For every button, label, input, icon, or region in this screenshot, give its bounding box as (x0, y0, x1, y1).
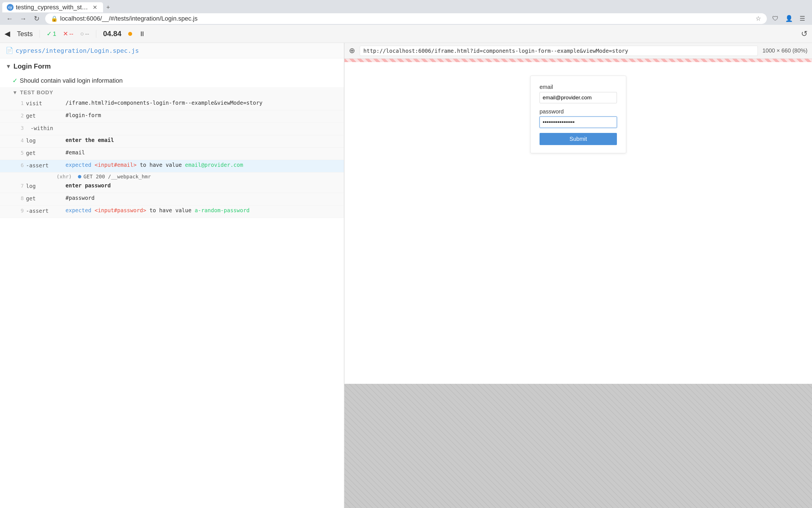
test-body: ▼ TEST BODY 1 visit /iframe.html?id=comp… (0, 87, 344, 218)
back-button[interactable]: ← (4, 13, 15, 24)
cmd-name: get (26, 112, 66, 119)
runner-toolbar: ◀ Tests ✓ 1 ✕ -- ○ -- 04.84 ⏸ ↺ (0, 25, 812, 43)
cmd-content: #password (66, 195, 339, 201)
xhr-text: GET 200 /__webpack_hmr (84, 174, 151, 179)
command-row[interactable]: 5 get #email (0, 147, 344, 160)
expected-text: expected (66, 207, 91, 213)
active-tab[interactable]: cy testing_cypress_with_storyboo ✕ (2, 2, 103, 12)
command-row[interactable]: 8 get #password (0, 193, 344, 206)
pending-count: -- (85, 30, 89, 38)
password-label: password (539, 109, 617, 115)
target-icon[interactable]: ⊕ (349, 46, 355, 55)
cmd-name: visit (26, 100, 66, 107)
assert-badge: assert (29, 208, 48, 214)
value-text: email@provider.com (185, 162, 243, 168)
cmd-name: log (26, 137, 66, 144)
cmd-num: 9 (16, 207, 24, 214)
preview-content: email password Submit (344, 59, 812, 384)
cmd-num: 1 (16, 100, 24, 106)
cmd-content: #login-form (66, 112, 339, 118)
cypress-runner: ◀ Tests ✓ 1 ✕ -- ○ -- 04.84 ⏸ ↺ 📄 cypres… (0, 25, 812, 508)
address-text: localhost:6006/__/#/tests/integration/Lo… (60, 15, 753, 22)
stripe-top (344, 59, 812, 62)
test-body-label: TEST BODY (20, 89, 53, 96)
command-row-assert-6[interactable]: 6 -assert expected <input#email> to have… (0, 160, 344, 172)
preview-panel: ⊕ http://localhost:6006/iframe.html?id=c… (344, 43, 812, 508)
command-row[interactable]: 7 log enter password (0, 181, 344, 193)
suite-header[interactable]: ▼ Login Form (0, 58, 344, 74)
reload-button[interactable]: ↻ (32, 13, 42, 24)
xhr-row: (xhr) GET 200 /__webpack_hmr (0, 172, 344, 181)
menu-icon[interactable]: ☰ (797, 13, 808, 24)
value-text: a-random-password (195, 207, 250, 213)
pass-count: 1 (53, 30, 56, 38)
pass-icon: ✓ (47, 30, 52, 38)
cmd-content: #email (66, 149, 339, 156)
test-body-header: ▼ TEST BODY (0, 87, 344, 98)
pause-icon[interactable]: ⏸ (139, 30, 146, 38)
tests-back-icon: ◀ (4, 29, 10, 38)
preview-toolbar: ⊕ http://localhost:6006/iframe.html?id=c… (344, 43, 812, 59)
command-row[interactable]: 3 -within (0, 123, 344, 135)
command-row-assert-9[interactable]: 9 -assert expected <input#password> to h… (0, 206, 344, 218)
tag-text: <input#password> (94, 207, 149, 213)
cmd-content: enter the email (66, 137, 339, 143)
pass-stat: ✓ 1 (47, 30, 56, 38)
cmd-num: 2 (16, 112, 24, 119)
file-path: cypress/integration/Login.spec.js (15, 47, 139, 54)
preview-url-bar[interactable]: http://localhost:6006/iframe.html?id=com… (360, 46, 758, 56)
browser-nav-icons: 🛡 👤 ☰ (770, 13, 808, 24)
fail-count: -- (69, 30, 73, 38)
cmd-content: enter password (66, 182, 339, 188)
star-icon[interactable]: ☆ (756, 15, 761, 22)
submit-button[interactable]: Submit (539, 133, 617, 145)
preview-dimensions: 1000 × 660 (80%) (762, 47, 808, 54)
email-label: email (539, 84, 617, 90)
command-row[interactable]: 2 get #login-form (0, 110, 344, 123)
tests-button[interactable]: Tests (17, 30, 33, 38)
password-input[interactable] (539, 117, 617, 128)
cmd-name: -assert (26, 162, 66, 168)
profile-icon[interactable]: 👤 (784, 13, 794, 24)
browser-chrome: cy testing_cypress_with_storyboo ✕ + ← →… (0, 0, 812, 25)
tab-close-button[interactable]: ✕ (91, 3, 98, 11)
mid-text: to have value (140, 162, 185, 168)
command-row[interactable]: 4 log enter the email (0, 135, 344, 147)
mid-text: to have value (149, 207, 195, 213)
test-panel: 📄 cypress/integration/Login.spec.js ▼ Lo… (0, 43, 344, 508)
elapsed-time: 04.84 (103, 29, 121, 38)
xhr-label: (xhr) (56, 174, 78, 179)
address-bar[interactable]: 🔒 localhost:6006/__/#/tests/integration/… (45, 13, 767, 24)
cmd-num: 4 (16, 137, 24, 143)
cmd-num: 5 (16, 149, 24, 156)
pending-stat: ○ -- (80, 30, 89, 38)
suite-chevron-icon: ▼ (6, 63, 11, 70)
fail-icon: ✕ (63, 30, 68, 38)
cmd-content: expected <input#password> to have value … (66, 207, 339, 213)
pending-icon: ○ (80, 30, 84, 38)
fail-stat: ✕ -- (63, 30, 73, 38)
test-item[interactable]: ✓ Should contain valid login information (0, 74, 344, 87)
tag-text: <input#email> (94, 162, 140, 168)
test-body-chevron-icon: ▼ (12, 90, 18, 96)
email-input[interactable] (539, 92, 617, 103)
running-indicator (128, 32, 132, 36)
tab-favicon: cy (7, 4, 13, 11)
test-pass-icon: ✓ (12, 77, 17, 84)
command-row[interactable]: 1 visit /iframe.html?id=components-login… (0, 98, 344, 110)
cmd-name: log (26, 182, 66, 189)
reload-tests-button[interactable]: ↺ (801, 29, 808, 38)
new-tab-button[interactable]: + (103, 2, 113, 12)
xhr-dot (78, 175, 81, 178)
runner-body: 📄 cypress/integration/Login.spec.js ▼ Lo… (0, 43, 812, 508)
login-form-card: email password Submit (530, 76, 626, 153)
assert-badge: assert (29, 162, 48, 168)
forward-button[interactable]: → (18, 13, 28, 24)
expected-text: expected (66, 162, 91, 168)
test-title: Should contain valid login information (20, 77, 123, 84)
preview-bottom-area (344, 384, 812, 508)
cmd-name: get (26, 149, 66, 156)
shield-icon: 🛡 (770, 13, 780, 24)
file-icon: 📄 (6, 47, 13, 54)
preview-inner: email password Submit (344, 59, 812, 165)
